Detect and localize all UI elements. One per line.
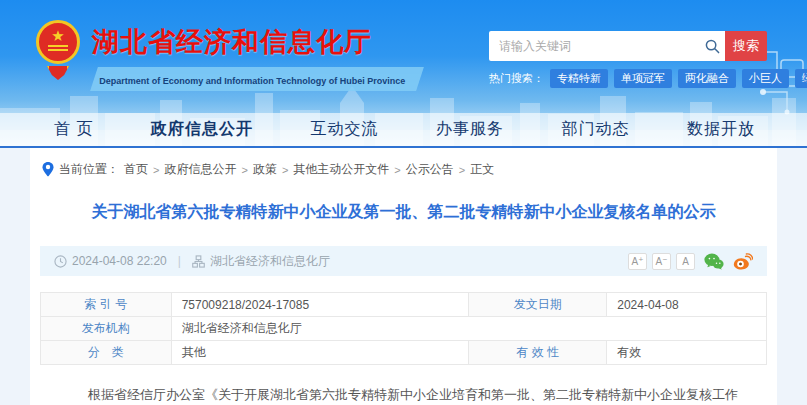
main-nav: 首 页 政府信息公开 互动交流 办事服务 部门动态 数据开放 [0, 113, 807, 148]
index-number-label: 索 引 号 [41, 293, 172, 317]
category-label: 分 类 [41, 341, 172, 365]
national-emblem-icon: ★ [34, 20, 82, 80]
publish-time: 2024-04-08 22:20 [72, 254, 167, 268]
emblem-ribbon-shape [47, 66, 69, 80]
breadcrumb-item-home[interactable]: 首页 [124, 161, 148, 178]
table-row: 分 类 其他 有 效 性 有效 [41, 341, 767, 365]
hot-search-item-4[interactable]: 绿色工厂 [795, 69, 807, 88]
organization-icon [192, 255, 205, 268]
site-title: 湖北省经济和信息化厅 [92, 24, 420, 60]
site-logo[interactable]: ★ 湖北省经济和信息化厅 Department of Economy and I… [34, 20, 420, 91]
wechat-share-icon[interactable] [704, 253, 724, 270]
hot-search-item-3[interactable]: 小巨人 [742, 69, 789, 88]
article-source: 湖北省经济和信息化厅 [210, 253, 330, 270]
breadcrumb-item-other-docs[interactable]: 其他主动公开文件 [293, 161, 389, 178]
breadcrumb-separator: > [241, 164, 247, 176]
hot-search-label: 热门搜索： [489, 71, 544, 86]
search-area: 搜索 热门搜索： 专精特新 单项冠军 两化融合 小巨人 绿色工厂 [489, 31, 767, 88]
hot-search-item-1[interactable]: 单项冠军 [614, 69, 672, 88]
search-icon[interactable] [699, 39, 725, 54]
document-meta-table: 索 引 号 757009218/2024-17085 发文日期 2024-04-… [40, 292, 767, 365]
breadcrumb-separator: > [153, 164, 159, 176]
breadcrumb-item-announcements[interactable]: 公示公告 [406, 161, 454, 178]
breadcrumb-separator: > [459, 164, 465, 176]
breadcrumb: 当前位置： 首页 > 政府信息公开 > 政策 > 其他主动公开文件 > 公示公告… [40, 148, 767, 178]
search-input[interactable] [489, 39, 699, 53]
publisher-value: 湖北省经济和信息化厅 [171, 317, 766, 341]
breadcrumb-label: 当前位置： [59, 161, 119, 178]
index-number-value: 757009218/2024-17085 [171, 293, 469, 317]
emblem-gate-shape [48, 45, 68, 47]
hot-search-item-2[interactable]: 两化融合 [678, 69, 736, 88]
category-value: 其他 [171, 341, 469, 365]
clock-icon [54, 255, 67, 268]
nav-item-interaction[interactable]: 互动交流 [310, 119, 378, 140]
nav-item-services[interactable]: 办事服务 [436, 119, 504, 140]
font-reset-button[interactable]: A [676, 253, 695, 270]
font-size-controls: A⁺ A⁻ A [623, 253, 753, 270]
font-smaller-button[interactable]: A⁻ [652, 253, 671, 270]
weibo-share-icon[interactable] [733, 253, 753, 270]
breadcrumb-separator: > [394, 164, 400, 176]
publisher-label: 发布机构 [41, 317, 172, 341]
breadcrumb-item-current: 正文 [470, 161, 494, 178]
site-header: ★ 湖北省经济和信息化厅 Department of Economy and I… [0, 0, 807, 148]
validity-label: 有 效 性 [469, 341, 607, 365]
article-body-paragraph: 根据省经信厅办公室《关于开展湖北省第六批专精特新中小企业培育和第一批、第二批专精… [40, 383, 767, 405]
hot-search-item-0[interactable]: 专精特新 [550, 69, 608, 88]
breadcrumb-item-gov-info[interactable]: 政府信息公开 [164, 161, 236, 178]
table-row: 索 引 号 757009218/2024-17085 发文日期 2024-04-… [41, 293, 767, 317]
search-button[interactable]: 搜索 [725, 31, 767, 61]
nav-item-gov-info[interactable]: 政府信息公开 [151, 119, 253, 140]
site-subtitle-en: Department of Economy and Information Te… [99, 76, 405, 86]
font-larger-button[interactable]: A⁺ [628, 253, 647, 270]
nav-item-department-news[interactable]: 部门动态 [561, 119, 629, 140]
breadcrumb-separator: > [282, 164, 288, 176]
issue-date-label: 发文日期 [469, 293, 607, 317]
meta-separator: | [178, 254, 181, 268]
emblem-star-glyph: ★ [51, 29, 64, 43]
content-card: 当前位置： 首页 > 政府信息公开 > 政策 > 其他主动公开文件 > 公示公告… [30, 148, 777, 405]
article-meta-band: 2024-04-08 22:20 | 湖北省经济和信息化厅 A⁺ A⁻ A [40, 246, 767, 276]
location-pin-icon [42, 162, 54, 177]
validity-value: 有效 [607, 341, 767, 365]
article-title: 关于湖北省第六批专精特新中小企业及第一批、第二批专精特新中小企业复核名单的公示 [40, 202, 767, 223]
issue-date-value: 2024-04-08 [607, 293, 767, 317]
site-subtitle-banner: Department of Economy and Information Te… [90, 67, 424, 91]
nav-item-home[interactable]: 首 页 [54, 119, 93, 140]
table-row: 发布机构 湖北省经济和信息化厅 [41, 317, 767, 341]
nav-item-open-data[interactable]: 数据开放 [687, 119, 755, 140]
breadcrumb-item-policy[interactable]: 政策 [253, 161, 277, 178]
